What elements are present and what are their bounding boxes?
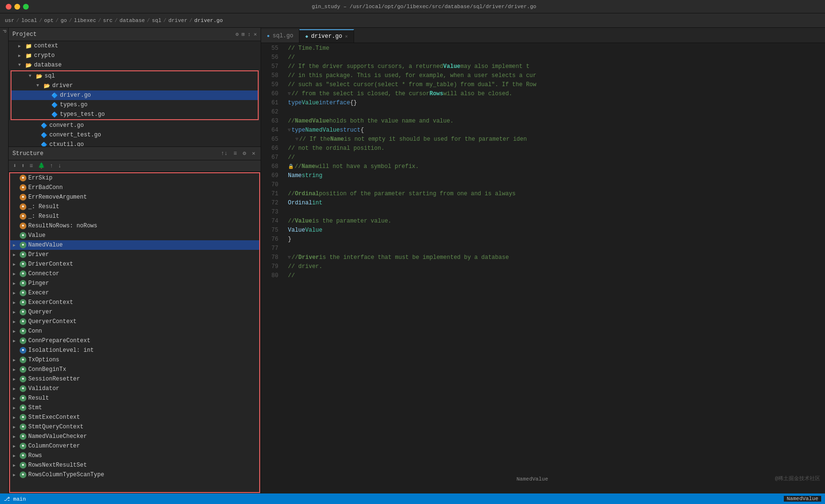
sort-icon[interactable]: ↕ bbox=[248, 32, 251, 37]
structure-title: Structure bbox=[12, 150, 217, 157]
struct-item-result2[interactable]: ● _: Result bbox=[10, 212, 259, 221]
struct-item-txoptions[interactable]: ▶ ● TxOptions bbox=[10, 355, 259, 365]
tree-item-ctxutil-go[interactable]: 🔷 ctxutil.go bbox=[9, 140, 261, 146]
badge-green: ● bbox=[20, 232, 26, 239]
struct-item-columnconverter[interactable]: ▶ ● ColumnConverter bbox=[10, 441, 259, 451]
layout-icon[interactable]: ⊞ bbox=[241, 31, 245, 37]
structure-close-icon[interactable]: ✕ bbox=[251, 149, 257, 157]
struct-item-namedvaluechecker[interactable]: ▶ ● NamedValueChecker bbox=[10, 432, 259, 441]
struct-item-drivercontext[interactable]: ▶ ● DriverContext bbox=[10, 259, 259, 269]
filter-icon[interactable]: ↑ bbox=[48, 162, 55, 170]
tree-item-driver-go[interactable]: 🔷 driver.go bbox=[11, 90, 258, 100]
fold-arrow[interactable]: ▽ bbox=[288, 90, 290, 99]
struct-item-conn[interactable]: ▶ ● Conn bbox=[10, 326, 259, 336]
breadcrumb-item[interactable]: opt bbox=[44, 18, 54, 23]
tree-icon[interactable]: 🌲 bbox=[36, 162, 46, 170]
tree-item-database[interactable]: ▼ 📂 database bbox=[9, 60, 261, 70]
tree-item-crypto[interactable]: ▶ 📁 crypto bbox=[9, 51, 261, 60]
struct-item-queryer[interactable]: ▶ ● Queryer bbox=[10, 307, 259, 317]
list-icon[interactable]: ≡ bbox=[28, 162, 34, 170]
tab-sql-go[interactable]: ● sql.go bbox=[261, 29, 299, 43]
struct-item-errbadconn[interactable]: ● ErrBadConn bbox=[10, 183, 259, 192]
breadcrumb-item[interactable]: database bbox=[120, 18, 145, 23]
breadcrumb-item[interactable]: sql bbox=[152, 18, 161, 23]
structure-settings-icon[interactable]: ⚙ bbox=[241, 149, 248, 157]
editor-content[interactable]: 55 56 57 58 59 60 61 62 63 64 65 66 67 6… bbox=[261, 43, 825, 493]
left-sidebar-strip: P bbox=[0, 28, 9, 493]
breadcrumb-item[interactable]: go bbox=[60, 18, 67, 23]
tree-item-convert-test-go[interactable]: 🔷 convert_test.go bbox=[9, 130, 261, 140]
struct-item-namedvalue[interactable]: ▶ ● NamedValue bbox=[10, 240, 259, 250]
collapse-all-icon[interactable]: ⬆ bbox=[20, 162, 26, 170]
struct-item-connpreparecontext[interactable]: ▶ ● ConnPrepareContext bbox=[10, 336, 259, 346]
sort-type-icon[interactable]: ≡ bbox=[232, 150, 238, 157]
struct-item-pinger[interactable]: ▶ ● Pinger bbox=[10, 279, 259, 288]
struct-item-driver[interactable]: ▶ ● Driver bbox=[10, 250, 259, 259]
struct-item-rowsnextresultset[interactable]: ▶ ● RowsNextResultSet bbox=[10, 460, 259, 470]
badge-green: ● bbox=[20, 280, 26, 287]
struct-item-execercontext[interactable]: ▶ ● ExecerContext bbox=[10, 298, 259, 307]
badge-orange: ● bbox=[20, 213, 26, 220]
fold-arrow[interactable]: ▽ bbox=[288, 126, 290, 135]
tab-bar: ● sql.go ◆ driver.go ✕ bbox=[261, 28, 825, 43]
struct-item-result[interactable]: ▶ ● Result bbox=[10, 393, 259, 403]
close-panel-icon[interactable]: ✕ bbox=[253, 31, 257, 37]
maximize-button[interactable] bbox=[23, 4, 29, 10]
struct-item-execer[interactable]: ▶ ● Execer bbox=[10, 288, 259, 298]
lock-icon: 🔒 bbox=[288, 162, 294, 171]
struct-item-sessionresetter[interactable]: ▶ ● SessionResetter bbox=[10, 374, 259, 384]
pin-icon[interactable]: ↓ bbox=[57, 162, 63, 170]
badge-green: ● bbox=[20, 424, 26, 430]
expand-all-icon[interactable]: ⬇ bbox=[11, 162, 18, 170]
tree-item-driver[interactable]: ▼ 📂 driver bbox=[11, 81, 258, 90]
structure-panel-header: Structure ↑↓ ≡ ⚙ ✕ bbox=[9, 147, 261, 160]
folder-icon: 📁 bbox=[25, 43, 33, 49]
breadcrumb-item[interactable]: driver bbox=[168, 18, 187, 23]
struct-item-errskip[interactable]: ● ErrSkip bbox=[10, 173, 259, 183]
folder-icon: 📂 bbox=[25, 62, 33, 68]
struct-item-resultnorows[interactable]: ● ResultNoRows: noRows bbox=[10, 221, 259, 231]
struct-item-result1[interactable]: ● _: Result bbox=[10, 202, 259, 212]
badge-orange: ● bbox=[20, 203, 26, 210]
struct-item-queryercontext[interactable]: ▶ ● QueryerContext bbox=[10, 317, 259, 326]
struct-item-errremoveargument[interactable]: ● ErrRemoveArgument bbox=[10, 192, 259, 202]
tree-item-types-go[interactable]: 🔷 types.go bbox=[11, 100, 258, 110]
struct-item-stmtexeccontext[interactable]: ▶ ● StmtExecContext bbox=[10, 413, 259, 422]
breadcrumb-item[interactable]: local bbox=[21, 18, 37, 23]
window-title: gin_study – /usr/local/opt/go/libexec/sr… bbox=[29, 4, 819, 10]
tree-item-sql[interactable]: ▼ 📂 sql bbox=[11, 71, 258, 81]
breadcrumb-item[interactable]: driver.go bbox=[195, 18, 223, 23]
tree-item-context[interactable]: ▶ 📁 context bbox=[9, 41, 261, 51]
code-line-77 bbox=[288, 244, 825, 253]
project-icon[interactable]: P bbox=[1, 30, 7, 33]
struct-item-connbegintx[interactable]: ▶ ● ConnBeginTx bbox=[10, 365, 259, 374]
go-file-icon: 🔷 bbox=[40, 132, 48, 138]
struct-item-stmtquerycontext[interactable]: ▶ ● StmtQueryContext bbox=[10, 422, 259, 432]
struct-item-isolationlevel[interactable]: ● IsolationLevel: int bbox=[10, 346, 259, 355]
close-button[interactable] bbox=[6, 4, 11, 10]
settings-icon[interactable]: ⚙ bbox=[236, 31, 239, 37]
tree-item-types-test-go[interactable]: 🔷 types_test.go bbox=[11, 110, 258, 119]
fold-arrow[interactable]: ▽ bbox=[288, 253, 290, 262]
minimize-button[interactable] bbox=[14, 4, 20, 10]
code-area[interactable]: // Time.Time // // If the driver support… bbox=[286, 43, 825, 493]
struct-item-stmt[interactable]: ▶ ● Stmt bbox=[10, 403, 259, 413]
breadcrumb-item[interactable]: libexec bbox=[74, 18, 96, 23]
breadcrumb-item[interactable]: usr bbox=[5, 18, 14, 23]
badge-green: ● bbox=[20, 337, 26, 344]
struct-item-connector[interactable]: ▶ ● Connector bbox=[10, 269, 259, 279]
struct-item-validator[interactable]: ▶ ● Validator bbox=[10, 384, 259, 393]
breadcrumb-item[interactable]: src bbox=[103, 18, 113, 23]
tab-close-icon[interactable]: ✕ bbox=[345, 34, 348, 39]
badge-green: ● bbox=[20, 357, 26, 363]
struct-item-rows[interactable]: ▶ ● Rows bbox=[10, 451, 259, 460]
sort-asc-icon[interactable]: ↑↓ bbox=[219, 150, 229, 157]
struct-item-rowscolumntypescantype[interactable]: ▶ ● RowsColumnTypeScanType bbox=[10, 470, 259, 480]
tree-item-convert-go[interactable]: 🔷 convert.go bbox=[9, 121, 261, 130]
fold-arrow[interactable]: ▽ bbox=[296, 135, 298, 144]
badge-green: ● bbox=[20, 328, 26, 335]
code-line-67: // bbox=[288, 153, 825, 162]
editor-area: ● sql.go ◆ driver.go ✕ 55 56 57 58 59 60… bbox=[261, 28, 825, 493]
tab-driver-go[interactable]: ◆ driver.go ✕ bbox=[299, 29, 354, 43]
struct-item-value[interactable]: ● Value bbox=[10, 231, 259, 240]
